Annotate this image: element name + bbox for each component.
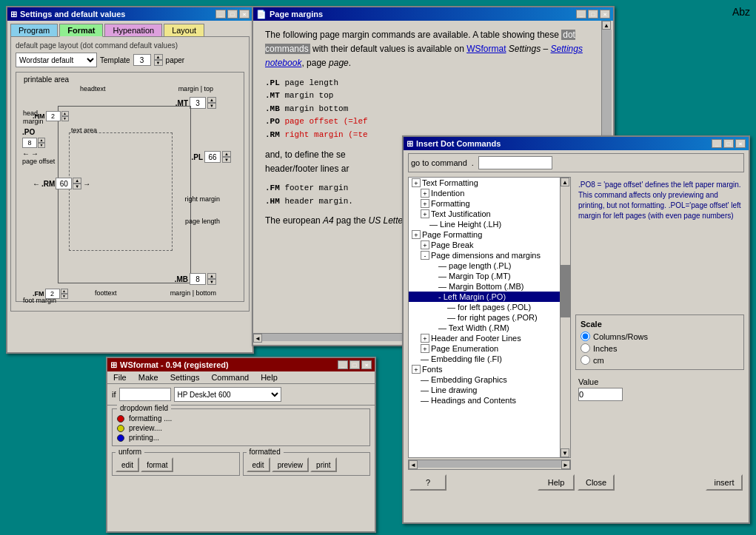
- menu-file[interactable]: File: [107, 371, 133, 383]
- question-btn[interactable]: ?: [409, 474, 446, 491]
- tree-left-pages[interactable]: — for left pages (.POL): [409, 302, 560, 312]
- mt-input[interactable]: [190, 97, 206, 109]
- formatted-preview-btn[interactable]: preview: [272, 457, 309, 472]
- radio-cm[interactable]: cm: [581, 355, 739, 365]
- tab-program[interactable]: Program: [10, 24, 58, 36]
- fm-spinner[interactable]: ▲ ▼: [61, 289, 68, 299]
- mt-spinner[interactable]: ▲ ▼: [207, 97, 216, 109]
- tree-headings-contents[interactable]: — Headings and Contents: [409, 395, 560, 406]
- tab-layout[interactable]: Layout: [164, 24, 204, 36]
- unform-format-btn[interactable]: format: [141, 457, 173, 472]
- printer-select[interactable]: HP DeskJet 600: [174, 387, 281, 402]
- tree-header-footer[interactable]: +Header and Footer Lines: [409, 333, 560, 343]
- id-maximize[interactable]: □: [723, 139, 734, 148]
- expand-page-dims[interactable]: -: [421, 251, 429, 260]
- pm-minimize[interactable]: _: [576, 10, 586, 18]
- pm-scroll-up[interactable]: ▲: [602, 21, 611, 30]
- tree-page-formatting[interactable]: +Page Formatting: [409, 229, 560, 240]
- template-input[interactable]: [133, 54, 151, 66]
- mb-input[interactable]: [190, 273, 206, 285]
- expand-text-just[interactable]: +: [421, 209, 429, 218]
- pm-close[interactable]: ×: [600, 10, 610, 18]
- po-input[interactable]: [22, 138, 37, 148]
- fm-input[interactable]: [45, 289, 60, 299]
- radio-cm-input[interactable]: [581, 355, 590, 365]
- radio-inches-input[interactable]: [581, 343, 590, 353]
- pl-input[interactable]: [204, 151, 221, 163]
- wsformat-link[interactable]: WSformat: [466, 44, 506, 54]
- tree-text-width[interactable]: — Text Width (.RM): [409, 323, 560, 333]
- unform-edit-btn[interactable]: edit: [116, 457, 139, 472]
- menu-settings[interactable]: Settings: [164, 371, 206, 383]
- tree-line-drawing[interactable]: — Line drawing: [409, 385, 560, 395]
- tree-text-formatting[interactable]: +Text Formatting: [409, 178, 560, 188]
- rm-input[interactable]: [56, 178, 72, 189]
- settings-maximize-btn[interactable]: □: [227, 10, 238, 18]
- help-btn[interactable]: Help: [538, 474, 575, 491]
- tree-embedding-file[interactable]: — Embedding file (.FI): [409, 354, 560, 364]
- pm-hscroll-left[interactable]: ◄: [253, 334, 262, 343]
- value-input[interactable]: [578, 388, 623, 401]
- tree-margin-bottom[interactable]: — Margin Bottom (.MB): [409, 281, 560, 292]
- menu-command[interactable]: Command: [205, 371, 255, 383]
- tree-scroll-down[interactable]: ▼: [561, 448, 569, 457]
- template-spinner[interactable]: ▲ ▼: [154, 54, 163, 66]
- tree-scroll-up[interactable]: ▲: [561, 178, 569, 186]
- tree-margin-top[interactable]: — Margin Top (.MT): [409, 271, 560, 281]
- insert-btn[interactable]: insert: [706, 474, 743, 491]
- tree-line-height[interactable]: — Line Height (.LH): [409, 219, 560, 229]
- formatted-edit-btn[interactable]: edit: [247, 457, 270, 472]
- pm-maximize[interactable]: □: [588, 10, 598, 18]
- wsf-maximize[interactable]: □: [349, 360, 360, 369]
- wsf-minimize[interactable]: _: [338, 360, 348, 369]
- expand-page-enum[interactable]: +: [421, 344, 429, 353]
- template-spin-down[interactable]: ▼: [154, 60, 163, 66]
- goto-input[interactable]: [478, 156, 552, 169]
- radio-columns[interactable]: Columns/Rows: [581, 332, 739, 341]
- tree-hscroll-left[interactable]: ◄: [409, 460, 418, 469]
- rm-spinner[interactable]: ▲ ▼: [73, 178, 81, 189]
- tree-hscroll-track[interactable]: [418, 460, 561, 468]
- radio-inches[interactable]: Inches: [581, 343, 739, 353]
- expand-indention[interactable]: +: [421, 189, 429, 198]
- settings-minimize-btn[interactable]: _: [215, 10, 226, 18]
- expand-formatting[interactable]: +: [421, 199, 429, 208]
- expand-text-formatting[interactable]: +: [412, 178, 421, 187]
- tree-page-length[interactable]: — page length (.PL): [409, 260, 560, 271]
- mb-spinner[interactable]: ▲ ▼: [207, 273, 216, 285]
- tree-left-margin[interactable]: - Left Margin (.PO): [409, 292, 560, 302]
- expand-header-footer[interactable]: +: [421, 334, 429, 343]
- tree-text-justification[interactable]: +Text Justification: [409, 209, 560, 219]
- tree-fonts[interactable]: +Fonts: [409, 364, 560, 374]
- close-btn[interactable]: Close: [578, 474, 615, 491]
- expand-fonts[interactable]: +: [412, 365, 421, 374]
- tree-scroll-area[interactable]: +Text Formatting +Indention +Formatting …: [409, 178, 570, 457]
- menu-help[interactable]: Help: [255, 371, 284, 383]
- tree-formatting[interactable]: +Formatting: [409, 198, 560, 209]
- expand-left-margin[interactable]: -: [438, 292, 441, 301]
- tree-right-pages[interactable]: — for right pages (.POR): [409, 312, 560, 323]
- po-spinner[interactable]: ▲ ▼: [38, 138, 45, 148]
- tree-scrollbar[interactable]: ▲ ▼: [560, 178, 570, 457]
- pl-spinner[interactable]: ▲ ▼: [222, 151, 231, 163]
- expand-page-break[interactable]: +: [421, 240, 429, 249]
- hm-input[interactable]: [46, 111, 61, 121]
- tab-hypenation[interactable]: Hypenation: [104, 24, 162, 36]
- tree-indention[interactable]: +Indention: [409, 188, 560, 198]
- menu-make[interactable]: Make: [133, 371, 164, 383]
- template-spin-up[interactable]: ▲: [154, 54, 163, 60]
- tree-hscrollbar[interactable]: ◄ ►: [408, 460, 571, 470]
- tree-hscroll-right[interactable]: ►: [561, 460, 570, 469]
- tab-format[interactable]: Format: [59, 24, 103, 37]
- tree-embedding-graphics[interactable]: — Embedding Graphics: [409, 374, 560, 385]
- if-input[interactable]: [119, 388, 171, 401]
- formatted-print-btn[interactable]: print: [310, 457, 336, 472]
- tree-page-enum[interactable]: +Page Enumeration: [409, 343, 560, 354]
- wsf-close[interactable]: ×: [361, 360, 372, 369]
- settings-close-btn[interactable]: ×: [239, 10, 250, 18]
- tree-page-break[interactable]: +Page Break: [409, 240, 560, 250]
- expand-page-formatting[interactable]: +: [412, 230, 421, 239]
- id-close-btn[interactable]: ×: [735, 139, 746, 148]
- radio-columns-input[interactable]: [581, 332, 590, 341]
- tree-page-dimensions[interactable]: -Page dimensions and margins: [409, 250, 560, 260]
